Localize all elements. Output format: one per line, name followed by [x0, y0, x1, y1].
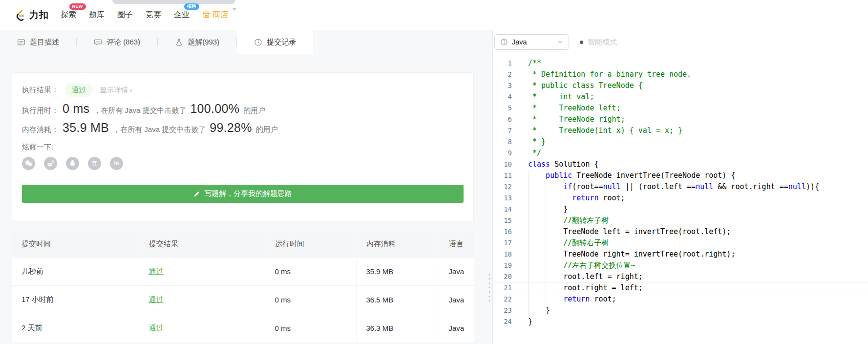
beats-suffix: 的用户 [243, 106, 265, 115]
result-pass-link[interactable]: 通过 [149, 295, 164, 303]
column-header: 提交时间 [12, 232, 139, 257]
line-number: 21 [493, 282, 518, 294]
line-number: 22 [493, 294, 518, 305]
tab-comments[interactable]: 评论 (863) [77, 30, 157, 54]
code-area[interactable]: 1/**2 * Definition for a binary tree nod… [493, 54, 868, 344]
memory-value: 35.9 MB [63, 121, 109, 135]
linkedin-icon[interactable]: in [110, 157, 123, 170]
nav-item-explore[interactable]: 探索NEW [61, 10, 76, 20]
code-line[interactable]: 18TreeNode right= invertTree(root.right)… [493, 249, 868, 260]
code-line[interactable]: 15//翻转左子树 [493, 215, 868, 226]
indent-guide [528, 282, 546, 294]
editor-header: Java 智能模式 [493, 30, 868, 54]
runtime-value: 0 ms [63, 102, 89, 116]
code-line[interactable]: 12if(root==null || (root.left ==null && … [493, 181, 868, 193]
code-text: * public class TreeNode { [518, 80, 643, 91]
nav-item-store[interactable]: 商店 [202, 10, 236, 20]
leetcode-logo[interactable]: 力扣 [13, 8, 49, 22]
submission-row: 2 天前通过0 ms36.3 MBJava [12, 314, 474, 342]
tab-solutions[interactable]: 题解(993) [158, 30, 236, 54]
show-details-link[interactable]: 显示详情 › [100, 86, 132, 95]
result-pass-link[interactable]: 通过 [149, 267, 164, 275]
memory-row: 内存消耗： 35.9 MB ，在所有 Java 提交中击败了 99.28% 的用… [22, 121, 464, 135]
indent-guide [546, 271, 563, 282]
submission-runtime-cell: 0 ms [265, 257, 356, 285]
line-number: 24 [493, 316, 518, 327]
code-line[interactable]: 24} [493, 316, 868, 327]
tab-submissions[interactable]: 提交记录 [237, 30, 313, 54]
submission-result-cell: 通过 [139, 257, 265, 285]
code-line[interactable]: 3 * public class TreeNode { [493, 80, 868, 91]
code-text: */ [518, 148, 541, 159]
code-text: * TreeNode left; [518, 103, 621, 114]
nav-item-label: 探索 [61, 10, 76, 20]
code-line[interactable]: 2 * Definition for a binary tree node. [493, 69, 868, 80]
code-text: //翻转左子树 [518, 215, 609, 226]
code-text: * int val; [518, 91, 594, 103]
tab-label: 题目描述 [30, 38, 59, 47]
code-text: /** [518, 58, 541, 69]
submission-time-cell: 2 天前 [12, 314, 139, 342]
code-line[interactable]: 22return root; [493, 294, 868, 305]
runtime-label: 执行用时： [22, 106, 59, 115]
result-pass-link[interactable]: 通过 [149, 323, 164, 332]
code-line[interactable]: 17//翻转右子树 [493, 237, 868, 249]
tab-description[interactable]: 题目描述 [0, 30, 76, 54]
code-line[interactable]: 11public TreeNode invertTree(TreeNode ro… [493, 170, 868, 181]
flask-icon [175, 38, 183, 46]
code-line[interactable]: 13 return root; [493, 193, 868, 204]
code-line[interactable]: 19//左右子树交换位置~ [493, 260, 868, 271]
code-line[interactable]: 20root.left = right; [493, 271, 868, 282]
code-text: TreeNode right= invertTree(root.right); [518, 249, 735, 260]
weibo-icon[interactable] [44, 157, 57, 170]
submission-memory-cell: 36.3 MB [356, 314, 439, 342]
code-line[interactable]: 6 * TreeNode right; [493, 114, 868, 125]
code-line-active[interactable]: 21root.right = left; [493, 282, 868, 294]
clock-icon [254, 38, 262, 46]
indent-guide [546, 215, 563, 226]
submissions-table: 提交时间提交结果运行时间内存消耗语言 几秒前通过0 ms35.9 MBJava1… [12, 232, 474, 342]
line-number: 12 [493, 181, 518, 193]
wechat-icon[interactable] [22, 157, 35, 170]
line-number: 3 [493, 80, 518, 91]
code-line[interactable]: 4 * int val; [493, 91, 868, 103]
line-number: 2 [493, 69, 518, 80]
nav-item-circle[interactable]: 圈子 [117, 10, 133, 20]
line-number: 23 [493, 305, 518, 316]
submission-time-cell: 几秒前 [12, 257, 139, 285]
code-text: public TreeNode invertTree(TreeNode root… [518, 170, 735, 181]
pane-splitter[interactable] [487, 30, 492, 344]
qq-icon[interactable] [66, 157, 79, 170]
code-line[interactable]: 23} [493, 305, 868, 316]
indent-guide [546, 249, 563, 260]
write-solution-button[interactable]: 写题解，分享我的解题思路 [22, 185, 464, 203]
submission-language-cell: Java [439, 285, 474, 314]
language-select[interactable]: Java [494, 34, 569, 50]
nav-item-contest[interactable]: 竞赛 [146, 10, 161, 20]
code-line[interactable]: 5 * TreeNode left; [493, 103, 868, 114]
indent-guide [528, 271, 546, 282]
indent-guide [528, 305, 546, 316]
line-number: 16 [493, 226, 518, 237]
submission-time-cell: 17 小时前 [12, 285, 139, 314]
code-line[interactable]: 7 * TreeNode(int x) { val = x; } [493, 125, 868, 136]
caret-down-icon [230, 11, 236, 20]
code-line[interactable]: 14} [493, 204, 868, 215]
indent-guide [546, 294, 563, 305]
nav-item-problems[interactable]: 题库 [89, 10, 105, 20]
code-text: return root; [518, 193, 625, 204]
code-line[interactable]: 1/** [493, 58, 868, 69]
memory-label: 内存消耗： [22, 125, 59, 134]
code-line[interactable]: 10class Solution { [493, 159, 868, 170]
indent-guide [546, 282, 563, 294]
write-solution-label: 写题解，分享我的解题思路 [204, 189, 292, 198]
indent-guide [528, 170, 546, 181]
runtime-beats-value: 100.00% [190, 102, 239, 116]
code-line[interactable]: 8 * } [493, 136, 868, 148]
line-number: 9 [493, 148, 518, 159]
submissions-section: 提交时间提交结果运行时间内存消耗语言 几秒前通过0 ms35.9 MBJava1… [12, 232, 474, 342]
code-line[interactable]: 16TreeNode left = invertTree(root.left); [493, 226, 868, 237]
douban-icon[interactable]: 豆 [88, 157, 101, 170]
nav-item-business[interactable]: 企业招聘 [174, 10, 190, 20]
code-line[interactable]: 9 */ [493, 148, 868, 159]
